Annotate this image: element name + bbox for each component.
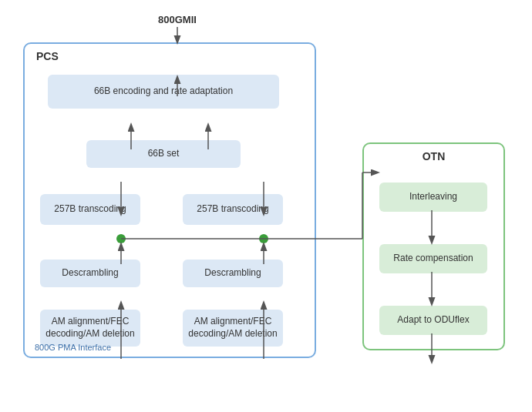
pcs-label: PCS: [36, 50, 59, 62]
rate-compensation-block: Rate compensation: [379, 244, 487, 273]
dot-right: [259, 234, 268, 243]
set-block: 66B set: [86, 140, 241, 168]
adapt-block: Adapt to ODUflex: [379, 306, 487, 335]
interleaving-block: Interleaving: [379, 183, 487, 212]
otn-box: OTN Interleaving Rate compensation Adapt…: [362, 142, 505, 350]
am-left-block: AM alignment/FEC decoding/AM deletion: [40, 310, 140, 347]
am-right-block: AM alignment/FEC decoding/AM deletion: [183, 310, 283, 347]
otn-label: OTN: [423, 150, 446, 162]
dot-left: [116, 234, 126, 243]
descrambling-right-block: Descrambling: [183, 260, 283, 287]
transcoding-left-block: 257B transcoding: [40, 194, 140, 225]
encoding-block: 66B encoding and rate adaptation: [48, 75, 279, 109]
diagram-container: 800GMII PCS 66B encoding and rate adapta…: [0, 0, 532, 412]
descrambling-left-block: Descrambling: [40, 260, 140, 287]
pcs-box: PCS 66B encoding and rate adaptation 66B…: [23, 42, 316, 358]
pma-label: 800G PMA Interface: [35, 343, 111, 352]
gmii-label: 800GMII: [143, 14, 212, 25]
transcoding-right-block: 257B transcoding: [183, 194, 283, 225]
